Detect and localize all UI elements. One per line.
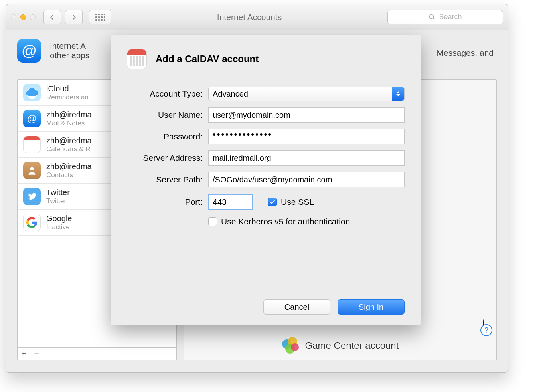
mail-icon: @ bbox=[23, 110, 41, 127]
kerberos-checkbox[interactable] bbox=[208, 217, 217, 226]
back-button[interactable] bbox=[43, 10, 61, 24]
signin-button[interactable]: Sign In bbox=[338, 299, 405, 315]
account-name: zhb@iredma bbox=[46, 136, 92, 145]
preferences-window: Internet Accounts Search @ Internet A ot… bbox=[6, 4, 508, 373]
titlebar: Internet Accounts Search bbox=[6, 4, 508, 30]
account-name: zhb@iredma bbox=[46, 110, 92, 119]
user-name-input[interactable] bbox=[208, 107, 405, 123]
account-sub: Reminders an bbox=[46, 93, 89, 101]
show-all-button[interactable] bbox=[89, 10, 111, 24]
svg-line-1 bbox=[433, 18, 435, 20]
password-label: Password: bbox=[127, 132, 203, 141]
server-address-input[interactable] bbox=[208, 150, 405, 166]
account-name: Google bbox=[46, 214, 72, 223]
zoom-window-button[interactable] bbox=[30, 14, 36, 20]
game-center-icon bbox=[282, 337, 300, 354]
calendar-icon bbox=[23, 136, 41, 153]
icloud-icon bbox=[23, 84, 41, 101]
account-sub: Twitter bbox=[46, 197, 70, 205]
svg-point-2 bbox=[30, 167, 34, 170]
account-name: zhb@iredma bbox=[46, 162, 92, 171]
account-type-value: Advanced bbox=[213, 89, 248, 99]
use-ssl-label: Use SSL bbox=[281, 197, 314, 207]
internet-accounts-icon: @ bbox=[17, 39, 41, 63]
server-path-label: Server Path: bbox=[127, 175, 203, 184]
cancel-button[interactable]: Cancel bbox=[263, 299, 330, 315]
account-name: iCloud bbox=[46, 84, 89, 93]
close-window-button[interactable] bbox=[11, 14, 16, 20]
chevron-updown-icon bbox=[392, 87, 404, 101]
grid-icon bbox=[95, 14, 105, 21]
twitter-icon bbox=[23, 188, 41, 205]
google-icon bbox=[23, 214, 41, 231]
help-button[interactable]: ? bbox=[480, 324, 492, 336]
game-center-label: Game Center account bbox=[305, 340, 399, 351]
calendar-icon bbox=[127, 49, 147, 69]
svg-point-0 bbox=[430, 14, 434, 19]
account-sub: Mail & Notes bbox=[46, 119, 92, 127]
window-title: Internet Accounts bbox=[111, 12, 387, 22]
account-type-select[interactable]: Advanced bbox=[208, 87, 405, 101]
game-center-provider[interactable]: Game Center account bbox=[184, 337, 496, 354]
forward-button[interactable] bbox=[65, 10, 83, 24]
window-controls bbox=[11, 14, 36, 20]
port-label: Port: bbox=[127, 197, 203, 207]
add-account-button[interactable]: + bbox=[18, 348, 30, 360]
page-description-right: Messages, and bbox=[437, 48, 494, 58]
kerberos-label: Use Kerberos v5 for authentication bbox=[221, 217, 350, 226]
minimize-window-button[interactable] bbox=[20, 14, 26, 20]
search-icon bbox=[428, 14, 436, 21]
account-sub: Inactive bbox=[46, 223, 72, 231]
account-name: Twitter bbox=[46, 188, 70, 197]
search-placeholder: Search bbox=[439, 13, 462, 21]
password-input[interactable]: •••••••••••••• bbox=[208, 129, 405, 144]
account-type-label: Account Type: bbox=[127, 89, 203, 99]
add-caldav-sheet: Add a CalDAV account Account Type: Advan… bbox=[111, 35, 421, 325]
use-ssl-checkbox[interactable] bbox=[268, 198, 277, 206]
contacts-icon bbox=[23, 162, 41, 179]
account-sub: Contacts bbox=[46, 171, 92, 179]
server-path-input[interactable] bbox=[208, 172, 405, 187]
search-field[interactable]: Search bbox=[387, 10, 503, 24]
remove-account-button[interactable]: − bbox=[30, 348, 43, 360]
server-address-label: Server Address: bbox=[127, 153, 203, 163]
account-sub: Calendars & R bbox=[46, 145, 92, 153]
modal-title: Add a CalDAV account bbox=[156, 53, 259, 65]
user-name-label: User Name: bbox=[127, 110, 203, 120]
port-input[interactable] bbox=[208, 194, 253, 210]
